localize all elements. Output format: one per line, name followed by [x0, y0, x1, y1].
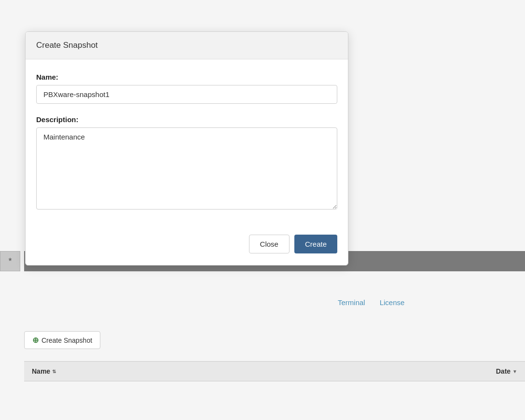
close-button[interactable]: Close	[249, 235, 290, 253]
create-snapshot-label: Create Snapshot	[41, 336, 92, 344]
column-date[interactable]: Date ▼	[496, 367, 517, 375]
name-input[interactable]	[36, 85, 337, 104]
date-sort-icon: ▼	[512, 369, 517, 374]
asterisk-icon: *	[8, 256, 12, 266]
name-sort-icon: ⇅	[52, 369, 56, 374]
column-date-label: Date	[496, 367, 511, 375]
modal-footer: Close Create	[26, 235, 348, 265]
description-form-group: Description:	[36, 115, 337, 211]
column-name[interactable]: Name ⇅	[32, 367, 496, 375]
modal-title: Create Snapshot	[36, 41, 98, 50]
modal-body: Name: Description:	[26, 59, 348, 235]
name-label: Name:	[36, 73, 337, 81]
create-snapshot-dialog: Create Snapshot Name: Description: Close…	[25, 31, 348, 266]
create-button[interactable]: Create	[294, 235, 337, 253]
terminal-link[interactable]: Terminal	[338, 298, 365, 307]
nav-links-area: Terminal License	[338, 298, 404, 307]
license-link[interactable]: License	[380, 298, 405, 307]
name-form-group: Name:	[36, 73, 337, 104]
sidebar-asterisk-button[interactable]: *	[0, 251, 20, 271]
modal-caret	[74, 265, 87, 266]
modal-caret-border	[73, 265, 88, 266]
plus-icon: ⊕	[32, 336, 39, 345]
description-textarea[interactable]	[36, 127, 337, 210]
create-snapshot-button[interactable]: ⊕ Create Snapshot	[24, 331, 100, 349]
column-name-label: Name	[32, 367, 50, 375]
description-label: Description:	[36, 115, 337, 124]
table-header: Name ⇅ Date ▼	[24, 361, 525, 381]
modal-header: Create Snapshot	[26, 32, 348, 59]
